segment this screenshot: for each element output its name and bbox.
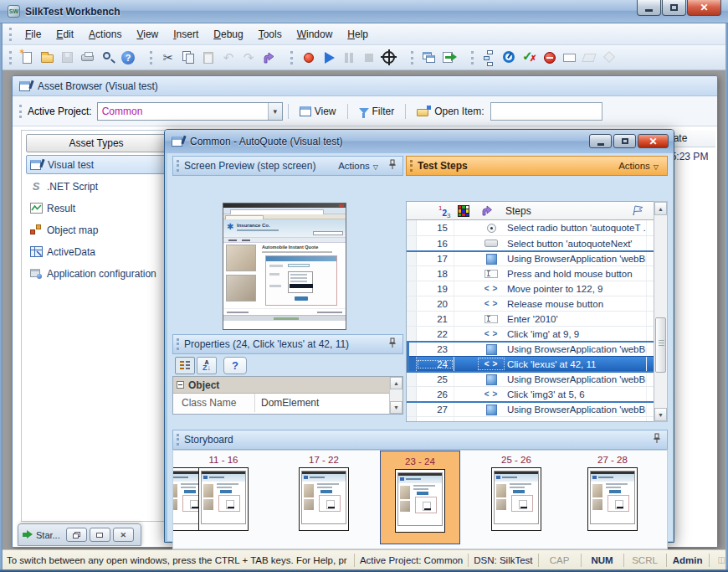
- property-row[interactable]: Class Name DomElement: [173, 394, 402, 412]
- asset-type-result[interactable]: Result: [26, 198, 167, 218]
- collapse-icon[interactable]: [177, 381, 184, 389]
- pin-icon[interactable]: [388, 159, 397, 173]
- test-step-row-23[interactable]: 23 Using BrowserApplication 'webBr...: [407, 341, 654, 356]
- scroll-down-icon[interactable]: ▼: [654, 408, 667, 421]
- scroll-up-icon[interactable]: ▲: [654, 202, 667, 215]
- preview-screenshot[interactable]: ✱ Insurance Co. Automobile Instant Quote: [223, 203, 346, 330]
- test-step-row-25[interactable]: 25 Using BrowserApplication 'webBr...: [407, 371, 654, 386]
- scroll-down-icon[interactable]: ▼: [390, 401, 402, 414]
- pin-icon[interactable]: [388, 338, 397, 351]
- verification-icon[interactable]: ✓✗: [520, 49, 539, 67]
- test-step-row-24[interactable]: 24 < > Click 'lexus' at 42, 11: [407, 356, 654, 371]
- identify-object-icon[interactable]: [380, 49, 398, 67]
- dialog-maximize-button[interactable]: [613, 134, 636, 148]
- test-step-row-20[interactable]: 20 < > Release mouse button: [407, 296, 654, 311]
- asset-browser-title: Asset Browser (Visual test): [38, 80, 158, 92]
- property-value[interactable]: DomElement: [255, 397, 319, 409]
- test-step-row-26[interactable]: 26 < > Click 'img3' at 5, 6: [407, 386, 654, 401]
- playback-flow-icon[interactable]: [259, 49, 278, 67]
- storyboard-thumb-25-26[interactable]: 25 - 26: [487, 452, 546, 531]
- insurance-logo-icon: ✱: [227, 222, 233, 231]
- minimized-window[interactable]: Star... ✕: [18, 523, 141, 546]
- help-icon[interactable]: ?: [119, 49, 137, 67]
- menu-actions[interactable]: Actions: [81, 25, 129, 44]
- menu-debug[interactable]: Debug: [206, 25, 250, 44]
- open-item-button[interactable]: Open Item:: [411, 101, 490, 121]
- maximize-button[interactable]: [662, 0, 686, 16]
- menu-edit[interactable]: Edit: [49, 25, 81, 44]
- open-asset-icon[interactable]: [38, 49, 57, 67]
- test-step-row-15[interactable]: 15 Select radio button 'autoquoteT ...: [407, 220, 654, 235]
- record-icon[interactable]: [300, 49, 318, 67]
- print-preview-icon[interactable]: [99, 49, 117, 67]
- view-button[interactable]: View: [294, 101, 342, 121]
- menu-help[interactable]: Help: [340, 25, 376, 44]
- asset-browser-title-bar[interactable]: Asset Browser (Visual test): [13, 76, 717, 96]
- scroll-up-icon[interactable]: ▲: [390, 377, 402, 389]
- storyboard-header[interactable]: Storyboard: [172, 430, 668, 450]
- stop-error-icon[interactable]: [541, 49, 559, 67]
- properties-header[interactable]: Properties (24, Click 'lexus' at 42, 11): [172, 334, 403, 354]
- test-step-row-28[interactable]: 28 < >: [407, 416, 654, 422]
- asset-type-visual-test[interactable]: Visual test: [26, 155, 167, 174]
- test-step-row-22[interactable]: 22 < > Click 'img' at 9, 9: [407, 326, 654, 341]
- open-item-input[interactable]: [490, 102, 602, 121]
- sort-alphabetical-button[interactable]: AZ↓: [197, 357, 217, 374]
- chevron-down-icon[interactable]: ▾: [268, 103, 282, 120]
- menu-window[interactable]: Window: [290, 25, 341, 44]
- active-project-combobox[interactable]: Common ▾: [97, 102, 283, 121]
- minimize-button[interactable]: [637, 0, 661, 16]
- shape-rectangle-icon[interactable]: [561, 49, 579, 67]
- property-group-row[interactable]: Object: [173, 377, 402, 394]
- screen-preview-header[interactable]: Screen Preview (step screen) Actions▽: [172, 156, 403, 176]
- close-button[interactable]: ✕: [687, 0, 721, 16]
- test-step-row-27[interactable]: 27 Using BrowserApplication 'webBr...: [407, 401, 654, 416]
- asset-type-activedata[interactable]: ActiveData: [26, 242, 167, 261]
- menu-insert[interactable]: Insert: [166, 25, 206, 44]
- screen-preview-actions-button[interactable]: Actions▽: [338, 161, 378, 171]
- test-step-row-19[interactable]: 19 < > Move pointer to 122, 9: [407, 281, 654, 296]
- test-logic-icon[interactable]: [500, 49, 519, 67]
- copy-screen-icon[interactable]: [420, 49, 438, 67]
- print-icon[interactable]: [79, 49, 97, 67]
- minimize-button-small[interactable]: [90, 528, 110, 542]
- resize-grip[interactable]: ◫: [718, 555, 725, 564]
- menu-file[interactable]: File: [18, 25, 49, 44]
- dialog-minimize-button[interactable]: [589, 134, 612, 148]
- test-step-row-21[interactable]: 21 Enter '2010': [407, 311, 654, 326]
- test-steps-scrollbar[interactable]: ▲ ▼: [654, 201, 668, 422]
- dialog-title-bar[interactable]: Common - AutoQuote (Visual test) ✕: [165, 130, 674, 153]
- storyboard-thumb-27-28[interactable]: 27 - 28: [583, 452, 642, 531]
- test-steps-actions-button[interactable]: Actions▽: [618, 161, 659, 171]
- asset-type-application-configuration[interactable]: Application configuration: [26, 264, 167, 283]
- storyboard-thumb-11-16[interactable]: 11 - 16: [194, 452, 253, 531]
- help-button[interactable]: ?: [223, 357, 247, 374]
- dialog-close-button[interactable]: ✕: [638, 134, 669, 148]
- storyboard-thumb-23-24[interactable]: 23 - 24: [380, 451, 460, 544]
- play-icon[interactable]: [320, 49, 338, 67]
- pin-icon[interactable]: [653, 433, 661, 446]
- test-step-row-17[interactable]: 17 Using BrowserApplication 'webBr...: [407, 250, 654, 265]
- asset-type-object-map[interactable]: Object map: [26, 220, 167, 240]
- preview-browser-addressbar: [223, 208, 346, 214]
- flow-chart-icon[interactable]: [480, 49, 499, 67]
- export-icon[interactable]: [440, 49, 459, 67]
- close-button-small[interactable]: ✕: [113, 528, 134, 542]
- test-step-row-16[interactable]: 16 Select button 'autoquoteNext': [407, 235, 654, 250]
- test-steps-header[interactable]: Test Steps Actions▽: [406, 156, 668, 176]
- test-steps-column-header[interactable]: 123 Steps: [407, 202, 654, 220]
- asset-type-net-script[interactable]: S .NET Script: [26, 177, 167, 196]
- scrollbar-thumb[interactable]: [655, 317, 666, 373]
- menu-tools[interactable]: Tools: [251, 25, 290, 44]
- menu-view[interactable]: View: [129, 25, 166, 44]
- new-asset-icon[interactable]: ✶: [18, 49, 37, 67]
- test-step-row-18[interactable]: 18 Press and hold mouse button: [407, 265, 654, 281]
- restore-button[interactable]: [66, 528, 87, 542]
- cut-icon[interactable]: ✂: [159, 49, 177, 67]
- categorized-button[interactable]: [175, 357, 195, 374]
- filter-button[interactable]: Filter: [353, 101, 401, 121]
- copy-icon[interactable]: [179, 49, 197, 67]
- properties-scrollbar[interactable]: ▲ ▼: [389, 377, 402, 414]
- storyboard-thumb-17-22[interactable]: 17 - 22: [295, 452, 353, 531]
- title-bar[interactable]: SW SilkTest Workbench ✕: [0, 0, 728, 23]
